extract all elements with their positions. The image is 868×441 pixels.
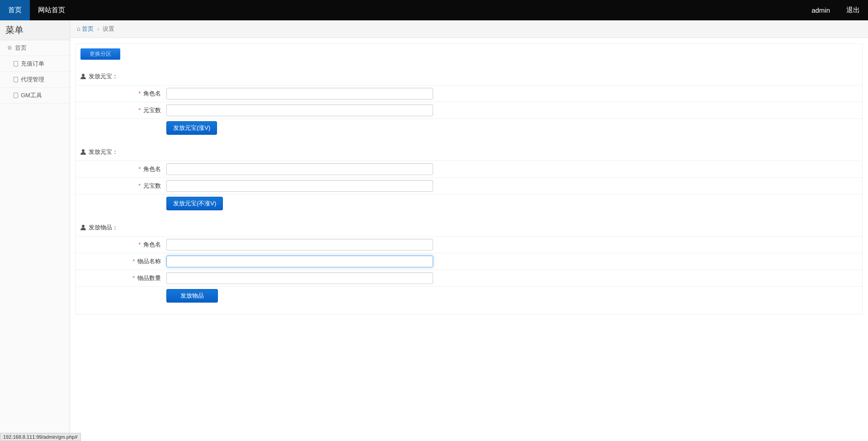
sidebar-item-label: 充值订单 <box>21 60 44 68</box>
section-title: 发放元宝： <box>89 148 118 156</box>
file-icon <box>14 77 18 82</box>
gear-icon: ⚙ <box>7 45 12 51</box>
breadcrumb-sep: › <box>97 25 99 32</box>
form-row: * 角色名 <box>76 161 862 177</box>
sidebar-item-gmtools[interactable]: GM工具 <box>0 88 70 103</box>
form-label-yuanbao: * 元宝数 <box>76 106 166 114</box>
form-row: * 角色名 <box>76 236 862 253</box>
form-label-itemname: * 物品名称 <box>76 257 166 266</box>
file-icon <box>14 93 18 98</box>
top-navbar: 首页 网站首页 admin 退出 <box>0 0 868 20</box>
form-row-submit: 发放元宝(涨V) <box>76 119 862 137</box>
breadcrumb-current: 设置 <box>103 25 114 32</box>
form-label-rolename: * 角色名 <box>76 90 166 98</box>
form-row-submit: 发放元宝(不涨V) <box>76 194 862 213</box>
nav-website-home[interactable]: 网站首页 <box>30 0 73 20</box>
form-row: * 元宝数 <box>76 102 862 119</box>
form-row-submit: 发放物品 <box>76 286 862 305</box>
submit-item-button[interactable]: 发放物品 <box>166 289 218 303</box>
person-icon <box>80 149 86 155</box>
home-icon: ⌂ <box>77 25 80 32</box>
form-row: * 物品名称 <box>76 253 862 270</box>
form-row: * 物品数量 <box>76 270 862 286</box>
navbar-right: admin 退出 <box>803 0 868 20</box>
navbar-left: 首页 网站首页 <box>0 0 73 20</box>
file-icon <box>14 61 18 66</box>
form-label-rolename: * 角色名 <box>76 241 166 249</box>
form-row: * 角色名 <box>76 85 862 102</box>
form-label-itemcount: * 物品数量 <box>76 274 166 282</box>
section-title: 发放物品： <box>89 223 118 232</box>
person-icon <box>80 225 86 230</box>
form-row: * 元宝数 <box>76 177 862 194</box>
sidebar-title: 菜单 <box>0 20 70 40</box>
sidebar-group-label: 首页 <box>15 44 27 52</box>
sidebar-item-label: GM工具 <box>21 91 42 100</box>
yuanbao-count-input-2[interactable] <box>166 180 433 192</box>
submit-yuanbao-vipup-button[interactable]: 发放元宝(涨V) <box>166 121 217 135</box>
item-name-input[interactable] <box>166 256 433 267</box>
breadcrumb-home[interactable]: 首页 <box>82 25 94 32</box>
rolename-input-3[interactable] <box>166 239 433 251</box>
sidebar-menu: ⚙ 首页 充值订单 代理管理 GM工具 <box>0 40 70 104</box>
sidebar-item-agent[interactable]: 代理管理 <box>0 72 70 87</box>
rolename-input[interactable] <box>166 88 433 100</box>
form-label-rolename: * 角色名 <box>76 165 166 173</box>
change-partition-button[interactable]: 更换分区 <box>80 48 120 60</box>
sidebar: 菜单 ⚙ 首页 充值订单 代理管理 GM工具 <box>0 20 70 320</box>
panel: 更换分区 发放元宝： * 角色名 * 元宝数 发放元宝(涨V) <box>75 43 863 314</box>
section-header-item: 发放物品： <box>76 219 862 236</box>
content-wrap: 更换分区 发放元宝： * 角色名 * 元宝数 发放元宝(涨V) <box>70 38 868 320</box>
form-label-yuanbao: * 元宝数 <box>76 182 166 190</box>
nav-user[interactable]: admin <box>803 0 838 20</box>
person-icon <box>80 74 86 79</box>
rolename-input-2[interactable] <box>166 163 433 175</box>
sidebar-item-recharge[interactable]: 充值订单 <box>0 56 70 71</box>
section-header-yuanbao2: 发放元宝： <box>76 143 862 161</box>
sidebar-item-label: 代理管理 <box>21 76 44 84</box>
sidebar-group-home[interactable]: ⚙ 首页 <box>0 40 70 56</box>
breadcrumb: ⌂ 首页 › 设置 <box>70 20 868 38</box>
section-title: 发放元宝： <box>89 72 118 81</box>
main-content: ⌂ 首页 › 设置 更换分区 发放元宝： * 角色名 * 元宝数 发放元宝(涨V… <box>70 20 868 320</box>
nav-home[interactable]: 首页 <box>0 0 30 20</box>
section-header-yuanbao1: 发放元宝： <box>76 68 862 85</box>
item-count-input[interactable] <box>166 272 433 284</box>
yuanbao-count-input[interactable] <box>166 104 433 116</box>
submit-yuanbao-novip-button[interactable]: 发放元宝(不涨V) <box>166 197 223 210</box>
nav-logout[interactable]: 退出 <box>838 0 868 20</box>
